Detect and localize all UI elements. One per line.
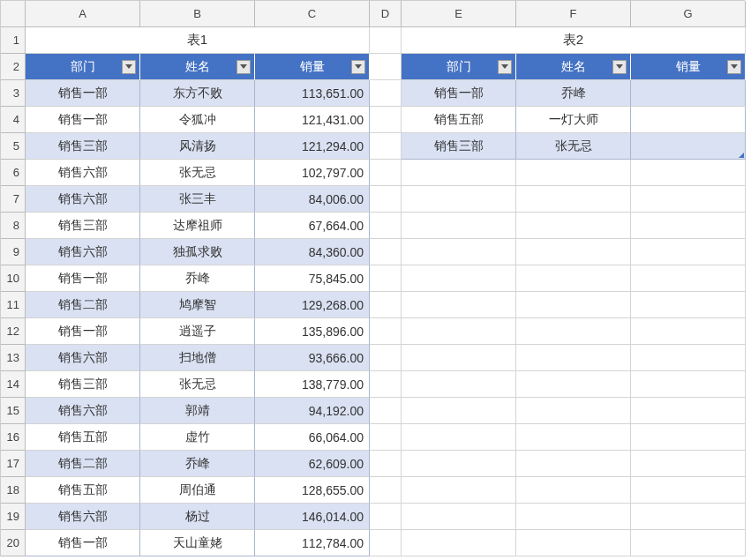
cell-D3[interactable] xyxy=(370,80,402,107)
row-header-17[interactable]: 17 xyxy=(1,451,26,477)
table1-cell[interactable]: 扫地僧 xyxy=(140,345,255,371)
table1-cell[interactable]: 销售一部 xyxy=(26,530,140,556)
row-header-11[interactable]: 11 xyxy=(1,292,26,318)
filter-dropdown-icon[interactable] xyxy=(122,60,136,74)
col-header-A[interactable]: A xyxy=(26,1,140,27)
empty-cell[interactable] xyxy=(631,186,746,213)
empty-cell[interactable] xyxy=(631,265,746,292)
table1-cell[interactable]: 62,609.00 xyxy=(255,451,370,477)
table1-cell[interactable]: 102,797.00 xyxy=(255,160,370,186)
table1-header-0[interactable]: 部门 xyxy=(26,54,140,80)
empty-cell[interactable] xyxy=(516,160,631,186)
table2-cell[interactable] xyxy=(631,133,746,160)
table1-cell[interactable]: 张三丰 xyxy=(140,186,255,213)
cell-D8[interactable] xyxy=(370,213,402,239)
col-header-E[interactable]: E xyxy=(402,1,516,27)
table1-cell[interactable]: 销售六部 xyxy=(26,186,140,213)
table1-cell[interactable]: 113,651.00 xyxy=(255,80,370,107)
table1-cell[interactable]: 销售六部 xyxy=(26,345,140,371)
row-header-8[interactable]: 8 xyxy=(1,213,26,239)
empty-cell[interactable] xyxy=(402,451,516,477)
table1-cell[interactable]: 销售一部 xyxy=(26,265,140,292)
table2-cell[interactable]: 乔峰 xyxy=(516,80,631,107)
table1-cell[interactable]: 销售三部 xyxy=(26,213,140,239)
table1-cell[interactable]: 令狐冲 xyxy=(140,107,255,133)
empty-cell[interactable] xyxy=(402,160,516,186)
empty-cell[interactable] xyxy=(402,504,516,530)
cell-D16[interactable] xyxy=(370,424,402,451)
row-header-13[interactable]: 13 xyxy=(1,345,26,371)
row-header-7[interactable]: 7 xyxy=(1,186,26,213)
empty-cell[interactable] xyxy=(402,530,516,556)
empty-cell[interactable] xyxy=(631,160,746,186)
empty-cell[interactable] xyxy=(631,345,746,371)
table1-cell[interactable]: 乔峰 xyxy=(140,265,255,292)
empty-cell[interactable] xyxy=(402,398,516,424)
cell-D18[interactable] xyxy=(370,477,402,504)
table1-cell[interactable]: 鸠摩智 xyxy=(140,292,255,318)
table2-cell[interactable]: 销售五部 xyxy=(402,107,516,133)
row-header-6[interactable]: 6 xyxy=(1,160,26,186)
col-header-F[interactable]: F xyxy=(516,1,631,27)
cell-D12[interactable] xyxy=(370,318,402,345)
empty-cell[interactable] xyxy=(402,477,516,504)
empty-cell[interactable] xyxy=(516,504,631,530)
table1-cell[interactable]: 84,006.00 xyxy=(255,186,370,213)
row-header-1[interactable]: 1 xyxy=(1,27,26,54)
table1-cell[interactable]: 张无忌 xyxy=(140,371,255,398)
cell-D20[interactable] xyxy=(370,530,402,556)
col-header-C[interactable]: C xyxy=(255,1,370,27)
cell-D6[interactable] xyxy=(370,160,402,186)
table1-cell[interactable]: 乔峰 xyxy=(140,451,255,477)
empty-cell[interactable] xyxy=(516,239,631,265)
table1-cell[interactable]: 逍遥子 xyxy=(140,318,255,345)
row-header-20[interactable]: 20 xyxy=(1,530,26,556)
table2-cell[interactable] xyxy=(631,80,746,107)
table-resize-handle-icon[interactable] xyxy=(739,153,744,158)
row-header-9[interactable]: 9 xyxy=(1,239,26,265)
empty-cell[interactable] xyxy=(402,345,516,371)
table1-cell[interactable]: 84,360.00 xyxy=(255,239,370,265)
cell-D2[interactable] xyxy=(370,54,402,80)
empty-cell[interactable] xyxy=(402,292,516,318)
col-header-D[interactable]: D xyxy=(370,1,402,27)
empty-cell[interactable] xyxy=(516,451,631,477)
table1-cell[interactable]: 销售六部 xyxy=(26,398,140,424)
table1-cell[interactable]: 146,014.00 xyxy=(255,504,370,530)
table1-cell[interactable]: 郭靖 xyxy=(140,398,255,424)
table1-cell[interactable]: 销售二部 xyxy=(26,292,140,318)
empty-cell[interactable] xyxy=(631,504,746,530)
cell-D1[interactable] xyxy=(370,27,402,54)
empty-cell[interactable] xyxy=(516,318,631,345)
table1-cell[interactable]: 杨过 xyxy=(140,504,255,530)
col-header-B[interactable]: B xyxy=(140,1,255,27)
empty-cell[interactable] xyxy=(516,265,631,292)
filter-dropdown-icon[interactable] xyxy=(498,60,512,74)
empty-cell[interactable] xyxy=(631,424,746,451)
empty-cell[interactable] xyxy=(631,239,746,265)
table1-cell[interactable]: 66,064.00 xyxy=(255,424,370,451)
row-header-3[interactable]: 3 xyxy=(1,80,26,107)
empty-cell[interactable] xyxy=(631,451,746,477)
cell-D9[interactable] xyxy=(370,239,402,265)
empty-cell[interactable] xyxy=(402,318,516,345)
empty-cell[interactable] xyxy=(402,186,516,213)
cell-D17[interactable] xyxy=(370,451,402,477)
row-header-15[interactable]: 15 xyxy=(1,398,26,424)
empty-cell[interactable] xyxy=(516,345,631,371)
table1-cell[interactable]: 天山童姥 xyxy=(140,530,255,556)
table1-cell[interactable]: 129,268.00 xyxy=(255,292,370,318)
table1-cell[interactable]: 销售六部 xyxy=(26,160,140,186)
empty-cell[interactable] xyxy=(402,213,516,239)
empty-cell[interactable] xyxy=(516,398,631,424)
corner-cell[interactable] xyxy=(1,1,26,27)
empty-cell[interactable] xyxy=(402,265,516,292)
row-header-2[interactable]: 2 xyxy=(1,54,26,80)
table1-cell[interactable]: 128,655.00 xyxy=(255,477,370,504)
filter-dropdown-icon[interactable] xyxy=(612,60,627,74)
empty-cell[interactable] xyxy=(631,318,746,345)
table1-cell[interactable]: 销售二部 xyxy=(26,451,140,477)
cell-D11[interactable] xyxy=(370,292,402,318)
table1-cell[interactable]: 112,784.00 xyxy=(255,530,370,556)
cell-D5[interactable] xyxy=(370,133,402,160)
